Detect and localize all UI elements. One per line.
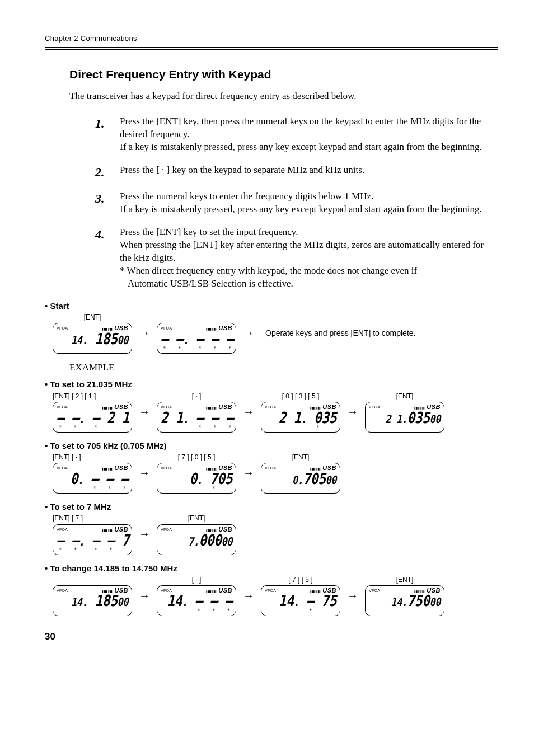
step-note: * When direct frequency entry with keypa…: [120, 265, 493, 278]
step-number: 4.: [95, 226, 120, 290]
vfoa-indicator: VFOA: [57, 327, 68, 330]
example-4-label: • To change 14.185 to 14.750 MHz: [45, 563, 498, 574]
lcd-display: VFOA▮▮▮▮ ▮▮▮ USB 2 1. – – –: [157, 402, 236, 433]
arrow-icon: →: [347, 588, 358, 603]
vfoa-indicator: VFOA: [265, 589, 276, 593]
arrow-icon: →: [139, 466, 150, 481]
step-1: 1. Press the [ENT] key, then press the n…: [95, 115, 498, 154]
step-text: If a key is mistakenly pressed, press an…: [120, 141, 493, 154]
step-2: 2. Press the [ · ] key on the keypad to …: [95, 164, 498, 181]
lcd-display: VFOA▮▮▮▮ ▮▮▮ USB 00. – – –: [53, 463, 132, 494]
vfoa-indicator: VFOA: [57, 589, 68, 593]
step-text: Press the [ · ] key on the keypad to sep…: [120, 164, 493, 177]
vfoa-indicator: VFOA: [161, 528, 172, 532]
arrow-icon: →: [347, 405, 358, 420]
arrow-icon: →: [243, 326, 254, 341]
lcd-display: VFOA▮▮▮▮ ▮▮▮ USB 14. – 75: [261, 585, 340, 616]
key-sequence: [ 7 ] [ 0 ] [ 5 ]: [157, 453, 236, 462]
vfoa-indicator: VFOA: [265, 467, 276, 470]
step-text: If a key is mistakenly pressed, press an…: [120, 203, 493, 216]
arrow-icon: →: [243, 405, 254, 420]
key-sequence: [ENT]: [365, 575, 444, 584]
key-sequence: [ENT]: [261, 453, 340, 462]
key-sequence: [ 0 ] [ 3 ] [ 5 ]: [261, 392, 340, 401]
page-number: 30: [45, 631, 498, 644]
key-sequence: [ 7 ] [ 5 ]: [261, 575, 340, 584]
lcd-display: VFOA▮▮▮▮ ▮▮▮ USB 0.70500: [261, 463, 340, 494]
lcd-display: VFOA▮▮▮▮ ▮▮▮ USB 2 1.03500: [365, 402, 444, 433]
section-title: Direct Frequency Entry with Keypad: [69, 67, 498, 82]
arrow-icon: →: [139, 405, 150, 420]
step-number: 3.: [95, 190, 120, 216]
key-sequence: [ENT] [ · ]: [53, 453, 132, 462]
vfoa-indicator: VFOA: [369, 406, 380, 409]
step-note: Automatic USB/LSB Selection is effective…: [120, 278, 493, 290]
start-label: • Start: [45, 300, 498, 312]
step-text: Press the numeral keys to enter the freq…: [120, 190, 493, 203]
vfoa-indicator: VFOA: [161, 467, 172, 470]
lcd-display: VFOA▮▮▮▮ ▮▮▮ USB 14. 18500: [53, 323, 132, 354]
arrow-icon: →: [139, 588, 150, 603]
lcd-display: VFOA▮▮▮▮ ▮▮▮ USB – –. – 2 1: [53, 402, 132, 433]
lcd-display: VFOA▮▮▮▮ ▮▮▮ USB 00. 705: [157, 463, 236, 494]
key-sequence: [ENT]: [157, 514, 236, 523]
arrow-icon: →: [139, 326, 150, 341]
vfoa-indicator: VFOA: [369, 589, 380, 593]
intro-text: The transceiver has a keypad for direct …: [69, 90, 498, 103]
arrow-icon: →: [243, 588, 254, 603]
step-3: 3. Press the numeral keys to enter the f…: [95, 190, 498, 216]
arrow-icon: →: [243, 466, 254, 481]
lcd-display: VFOA▮▮▮▮ ▮▮▮ USB 14.75000: [365, 585, 444, 616]
vfoa-indicator: VFOA: [265, 406, 276, 409]
key-sequence: [ENT] [ 7 ]: [53, 514, 132, 523]
lcd-display: VFOA▮▮▮▮ ▮▮▮ USB – –. – – –: [157, 323, 236, 354]
lcd-display: VFOA▮▮▮▮ ▮▮▮ USB – –. – – 7: [53, 524, 132, 555]
lcd-display: VFOA▮▮▮▮ ▮▮▮ USB 14. – – –: [157, 585, 236, 616]
step-number: 2.: [95, 164, 120, 181]
flow-instruction: Operate keys and press [ENT] to complete…: [265, 328, 415, 339]
key-sequence: [ENT]: [365, 392, 444, 401]
step-text: When pressing the [ENT] key after enteri…: [120, 239, 493, 265]
example-3-label: • To set to 7 MHz: [45, 501, 498, 513]
example-1-label: • To set to 21.035 MHz: [45, 379, 498, 390]
step-text: Press the [ENT] key to set the input fre…: [120, 226, 493, 239]
example-heading: EXAMPLE: [69, 361, 498, 374]
lcd-display: VFOA▮▮▮▮ ▮▮▮ USB 7.00000: [157, 524, 236, 555]
arrow-icon: →: [139, 527, 150, 542]
key-sequence: [ENT]: [53, 313, 132, 322]
key-sequence: [ · ]: [157, 575, 236, 584]
chapter-header: Chapter 2 Communications: [45, 34, 498, 44]
vfoa-indicator: VFOA: [57, 467, 68, 470]
lcd-display: VFOA▮▮▮▮ ▮▮▮ USB 14. 18500: [53, 585, 132, 616]
header-rule: [45, 47, 498, 50]
step-number: 1.: [95, 115, 120, 154]
example-2-label: • To set to 705 kHz (0.705 MHz): [45, 440, 498, 452]
key-sequence: [ENT] [ 2 ] [ 1 ]: [53, 392, 132, 401]
key-sequence: [ · ]: [157, 392, 236, 401]
step-text: Press the [ENT] key, then press the nume…: [120, 115, 493, 141]
step-4: 4. Press the [ENT] key to set the input …: [95, 226, 498, 290]
lcd-display: VFOA▮▮▮▮ ▮▮▮ USB 2 1. 035: [261, 402, 340, 433]
